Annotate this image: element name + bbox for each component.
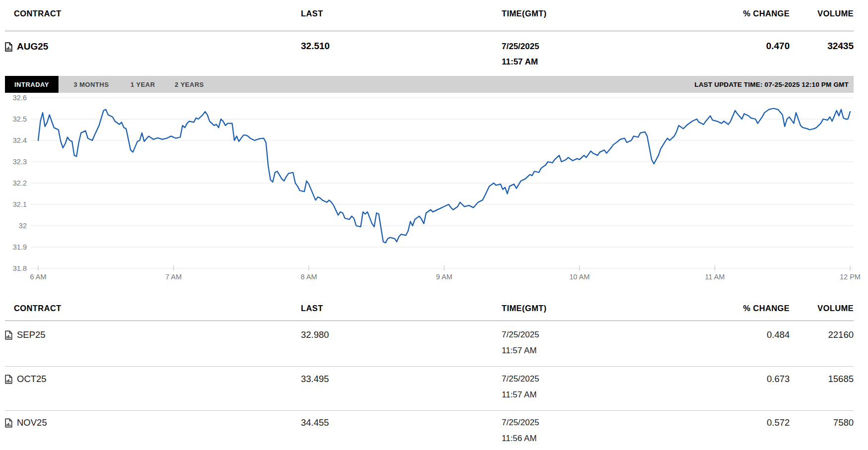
contract-row-nov25[interactable]: NOV25 [5, 417, 47, 428]
x-axis-tick-label: 12 PM [840, 273, 861, 281]
x-axis-tick-label: 7 AM [165, 273, 181, 281]
quote-date: 7/25/2025 [502, 330, 539, 340]
quote-time: 11:57 AM [502, 390, 537, 400]
y-axis-tick-label: 31.8 [13, 264, 27, 272]
contract-name: SEP25 [17, 329, 46, 340]
y-axis-tick-label: 32.6 [13, 94, 27, 102]
x-axis-tick-label: 9 AM [436, 273, 452, 281]
y-axis-tick-label: 32.5 [13, 115, 27, 123]
volume: 7580 [793, 417, 854, 428]
volume: 22160 [793, 329, 854, 340]
x-axis-tick-label: 11 AM [705, 273, 725, 281]
futures-quote-page: { "colors": { "line": "#1b5fae", "grid":… [0, 0, 868, 450]
contract-name: NOV25 [17, 417, 47, 428]
bottom-header-contract: CONTRACT [14, 304, 61, 313]
bottom-header-volume: VOLUME [793, 304, 854, 313]
price-line-series [38, 109, 850, 243]
bottom-header-last: LAST [301, 304, 323, 313]
intraday-price-chart: 32.632.532.432.332.232.13231.931.86 AM7 … [0, 0, 868, 288]
x-axis-tick-label: 8 AM [300, 273, 317, 281]
pct-change: 0.673 [719, 374, 790, 385]
document-chart-icon [5, 375, 12, 384]
last-price: 33.495 [301, 374, 329, 385]
contract-name: OCT25 [17, 374, 47, 385]
pct-change: 0.484 [719, 329, 790, 340]
document-chart-icon [5, 330, 12, 340]
quote-date: 7/25/2025 [502, 374, 539, 384]
last-price: 34.455 [301, 417, 329, 428]
row-divider [5, 366, 854, 367]
x-axis-tick-label: 6 AM [30, 273, 46, 281]
y-axis-tick-label: 32 [19, 222, 27, 230]
x-axis-tick-label: 10 AM [569, 273, 589, 281]
y-axis-tick-label: 32.2 [13, 179, 27, 187]
bottom-header-time: TIME(GMT) [502, 304, 547, 313]
bottom-header-change: % CHANGE [719, 304, 790, 313]
bottom-header-divider [5, 321, 854, 321]
y-axis-tick-label: 31.9 [13, 243, 27, 251]
y-axis-tick-label: 32.4 [13, 136, 27, 144]
quote-time: 11:57 AM [502, 346, 537, 356]
pct-change: 0.572 [719, 417, 790, 428]
quote-date: 7/25/2025 [502, 418, 539, 428]
volume: 15685 [793, 374, 854, 385]
y-axis-tick-label: 32.3 [13, 158, 27, 166]
y-axis-tick-label: 32.1 [13, 200, 27, 208]
row-divider [5, 410, 854, 411]
document-chart-icon [5, 418, 12, 428]
last-price: 32.980 [301, 329, 329, 340]
quote-time: 11:56 AM [502, 434, 537, 444]
contract-row-sep25[interactable]: SEP25 [5, 329, 46, 340]
contract-row-oct25[interactable]: OCT25 [5, 374, 47, 385]
